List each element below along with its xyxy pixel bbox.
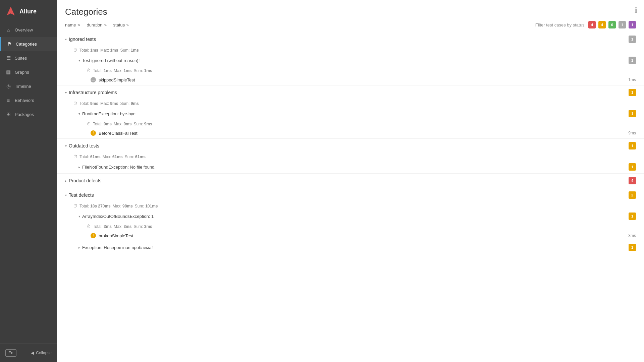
sort-status-arrow-icon: ⇅ [126,23,129,27]
sidebar-item-packages[interactable]: ⊞Packages [0,107,57,121]
status-dot-broken-icon-2: ! [91,233,96,238]
packages-icon: ⊞ [5,111,11,117]
test-name-broken-simple: brokenSimpleTest [99,233,133,238]
sort-duration-arrow-icon: ⇅ [104,23,107,27]
category-ignored-tests: ▾ Ignored tests 1 ⏱ Total: 1ms Max: 1ms … [57,32,644,85]
category-ignored-header[interactable]: ▾ Ignored tests 1 [57,32,644,46]
language-button[interactable]: En [5,349,16,357]
sidebar-item-suites[interactable]: ☰Suites [0,51,57,65]
logo: Allure [0,0,57,23]
test-row-broken-simple[interactable]: ! brokenSimpleTest 3ms [57,230,644,241]
sidebar-item-timeline[interactable]: ◷Timeline [0,79,57,93]
status-dot-broken-icon: ! [91,130,96,136]
filter-badge-passed[interactable]: 0 [608,21,616,28]
test-defects-timing: ⏱ Total: 18s 270ms Max: 98ms Sum: 101ms [57,202,644,210]
info-icon[interactable]: ℹ [635,6,637,15]
subcategory-test-ignored: ▾ Test ignored (without reason)! 1 ⏱ Tot… [57,54,644,85]
chevron-infrastructure-icon: ▾ [65,91,67,95]
subcategory-runtime-title: RuntimeException: bye-bye [82,111,136,116]
category-product-defects-header[interactable]: ▸ Product defects 4 [57,174,644,188]
test-duration-before-class: 9ms [628,131,636,135]
category-product-defects-badge: 4 [629,177,636,184]
subcategory-exception-neveroy-title: Exception: Невероятная проблема! [82,245,153,250]
subcategory-runtime-header[interactable]: ▾ RuntimeException: bye-bye 1 [57,107,644,120]
collapse-label: Collapse [36,351,52,355]
timeline-icon: ◷ [5,83,11,89]
subcategory-array-index: ▾ ArrayIndexOutOfBoundsException: 1 1 ⏱ … [57,210,644,241]
subcategory-file-not-found-header[interactable]: ▸ FileNotFoundException: No file found. … [57,161,644,173]
subcategory-test-ignored-header[interactable]: ▾ Test ignored (without reason)! 1 [57,54,644,67]
category-infrastructure: ▾ Infrastructure problems 1 ⏱ Total: 9ms… [57,85,644,139]
sidebar-item-behaviors[interactable]: ≡Behaviors [0,93,57,107]
category-product-defects: ▸ Product defects 4 [57,174,644,188]
subcategory-exception-neveroy-badge: 1 [629,244,636,251]
subcategory-test-ignored-badge: 1 [629,57,636,64]
collapse-button[interactable]: ◀ Collapse [31,351,52,355]
sidebar-item-categories[interactable]: ⚑Categories [0,37,57,51]
suites-icon: ☰ [5,55,11,61]
subcategory-file-not-found-title: FileNotFoundException: No file found. [82,165,156,170]
category-outdated-badge: 1 [629,142,636,149]
clock-icon-3: ⏱ [73,101,77,106]
main-content: Categories name ⇅ duration ⇅ status ⇅ Fi… [57,0,644,362]
chevron-product-defects-icon: ▸ [65,179,67,183]
allure-logo-icon [5,6,16,17]
test-row-before-class[interactable]: ! BeforeClassFailTest 9ms [57,128,644,138]
sort-by-name[interactable]: name ⇅ [65,22,80,27]
category-infrastructure-badge: 1 [629,89,636,96]
filter-badge-broken[interactable]: 4 [598,21,606,28]
sort-by-duration[interactable]: duration ⇅ [87,22,107,27]
sort-by-status[interactable]: status ⇅ [113,22,129,27]
chevron-array-index-icon: ▾ [78,215,80,218]
filter-badge-skipped[interactable]: 1 [619,21,626,28]
sidebar-item-label-timeline: Timeline [15,84,31,89]
category-infrastructure-title: Infrastructure problems [69,90,117,95]
category-outdated-header[interactable]: ▾ Outdated tests 1 [57,139,644,153]
subcategory-runtime-badge: 1 [629,110,636,117]
sort-name-label: name [65,22,76,27]
chevron-test-ignored-icon: ▾ [78,59,80,62]
subcategory-exception-neveroy: ▸ Exception: Невероятная проблема! 1 [57,241,644,254]
category-outdated: ▾ Outdated tests 1 ⏱ Total: 61ms Max: 61… [57,139,644,174]
filter-badge-unknown[interactable]: 1 [629,21,636,28]
logo-text: Allure [19,8,37,15]
subcategory-exception-neveroy-header[interactable]: ▸ Exception: Невероятная проблема! 1 [57,241,644,254]
overview-icon: ⌂ [5,27,11,33]
sidebar-item-overview[interactable]: ⌂Overview [0,23,57,37]
test-ignored-timing: ⏱ Total: 1ms Max: 1ms Sum: 1ms [57,67,644,74]
category-ignored-badge: 1 [629,36,636,43]
category-test-defects-header[interactable]: ▾ Test defects 2 [57,188,644,202]
sidebar-item-label-categories: Categories [16,42,37,47]
sidebar-item-label-behaviors: Behaviors [15,98,34,103]
category-test-defects-title: Test defects [69,192,94,198]
filter-badge-failed[interactable]: 4 [588,21,596,28]
test-duration-skipped-simple: 1ms [628,77,636,82]
sort-name-arrow-icon: ⇅ [77,23,80,27]
category-test-defects-badge: 2 [629,191,636,199]
subcategory-array-index-header[interactable]: ▾ ArrayIndexOutOfBoundsException: 1 1 [57,210,644,223]
filter-area: Filter test cases by status: 4 4 0 1 1 [535,21,636,28]
sidebar-item-label-packages: Packages [15,112,34,117]
sort-controls: name ⇅ duration ⇅ status ⇅ [65,22,129,27]
status-dot-skip-icon: — [91,77,96,82]
sidebar: Allure ⌂Overview⚑Categories☰Suites▦Graph… [0,0,57,362]
chevron-runtime-icon: ▾ [78,112,80,116]
chevron-exception-neveroy-icon: ▸ [78,246,80,249]
test-row-skipped-simple[interactable]: — skippedSimpleTest 1ms [57,74,644,85]
clock-icon: ⏱ [73,48,77,53]
sidebar-item-label-graphs: Graphs [15,70,29,75]
filter-label: Filter test cases by status: [535,22,586,27]
header-controls: name ⇅ duration ⇅ status ⇅ Filter test c… [65,21,636,28]
clock-icon-4: ⏱ [87,121,91,126]
sort-status-label: status [113,22,125,27]
runtime-timing: ⏱ Total: 9ms Max: 9ms Sum: 9ms [57,120,644,128]
sidebar-item-graphs[interactable]: ▦Graphs [0,65,57,79]
subcategory-array-index-title: ArrayIndexOutOfBoundsException: 1 [82,214,154,219]
category-infrastructure-header[interactable]: ▾ Infrastructure problems 1 [57,85,644,100]
test-name-skipped-simple: skippedSimpleTest [99,77,135,82]
sidebar-item-label-suites: Suites [15,56,27,61]
clock-icon-5: ⏱ [73,154,77,159]
chevron-test-defects-icon: ▾ [65,193,67,197]
subcategory-array-index-badge: 1 [629,213,636,220]
categories-content: ▾ Ignored tests 1 ⏱ Total: 1ms Max: 1ms … [57,32,644,362]
